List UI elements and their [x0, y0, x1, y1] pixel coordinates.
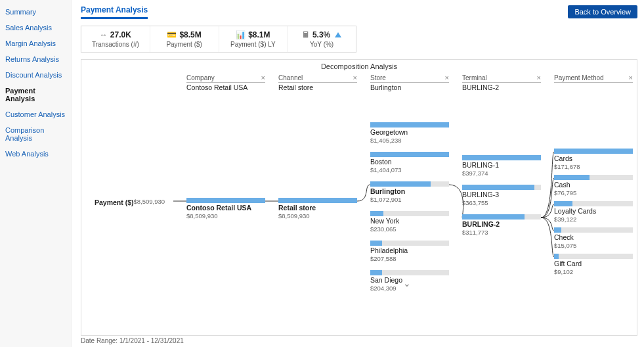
- node-label: Payment ($): [95, 199, 134, 336]
- node-value: $1,404,073: [370, 166, 449, 174]
- node-label: Boston: [370, 158, 449, 166]
- close-icon[interactable]: ×: [261, 74, 265, 81]
- node-terminal-selected[interactable]: BURLING-2$311,773: [462, 214, 541, 236]
- kpi-yoy: 🖩5.3% YoY (%): [288, 26, 356, 52]
- page-title: Payment Analysis: [81, 5, 148, 19]
- decomp-title: Decomposition Analysis: [81, 60, 637, 72]
- sidebar-item-comparison-analysis[interactable]: Comparison Analysis: [0, 122, 71, 146]
- node-label: Loyalty Cards: [554, 208, 633, 216]
- node-value: $1,405,238: [370, 137, 449, 144]
- crumb-header: Company: [186, 74, 215, 81]
- node-value: $207,588: [370, 255, 449, 262]
- sidebar-item-sales-analysis[interactable]: Sales Analysis: [0, 20, 71, 35]
- sidebar-item-customer-analysis[interactable]: Customer Analysis: [0, 106, 71, 122]
- node-label: Retail store: [278, 204, 357, 212]
- node-label: Cards: [554, 155, 633, 163]
- node-method[interactable]: Loyalty Cards$39,122: [554, 201, 633, 223]
- crumb-header: Payment Method: [554, 74, 604, 81]
- crumb-channel[interactable]: Channel× Retail store: [278, 74, 357, 91]
- node-value: $39,122: [554, 216, 633, 223]
- sidebar-item-returns-analysis[interactable]: Returns Analysis: [0, 51, 71, 67]
- node-channel[interactable]: Retail store $8,509,930: [278, 198, 357, 220]
- node-store[interactable]: New York$230,065: [370, 211, 449, 233]
- node-value: $171,678: [554, 163, 633, 170]
- kpi-payment-ly: 📊$8.1M Payment ($) LY: [219, 26, 288, 52]
- crumb-company[interactable]: Company× Contoso Retail USA: [186, 74, 265, 91]
- node-terminal[interactable]: BURLING-3$363,755: [462, 185, 541, 206]
- node-method[interactable]: Check$15,075: [554, 227, 633, 249]
- node-label: Gift Card: [554, 260, 633, 268]
- node-terminal[interactable]: BURLING-1$397,374: [462, 155, 541, 177]
- node-label: Cash: [554, 181, 633, 189]
- node-value: $8,509,930: [186, 212, 265, 220]
- node-label: BURLING-3: [462, 191, 541, 199]
- node-root[interactable]: Payment ($) $8,509,930: [95, 198, 173, 336]
- decomp-tree: Payment ($) $8,509,930 Contoso Retail US…: [81, 93, 637, 290]
- node-value: $1,072,901: [370, 196, 449, 203]
- node-value: $9,102: [554, 268, 633, 275]
- sidebar-item-summary[interactable]: Summary: [0, 4, 71, 20]
- node-company[interactable]: Contoso Retail USA $8,509,930: [186, 198, 265, 220]
- crumb-value: Retail store: [278, 83, 357, 91]
- node-store[interactable]: Philadelphia$207,588: [370, 241, 449, 262]
- kpi-card: ↔27.0K Transactions (#) 💳$8.5M Payment (…: [81, 26, 356, 53]
- payment-icon: 💳: [167, 30, 177, 39]
- kpi-value: 5.3%: [312, 30, 330, 39]
- sidebar-item-payment-analysis[interactable]: Payment Analysis: [0, 83, 71, 106]
- node-value: $230,065: [370, 225, 449, 233]
- crumb-header: Channel: [278, 74, 303, 81]
- node-store[interactable]: Boston$1,404,073: [370, 152, 449, 174]
- crumb-header: Store: [370, 74, 386, 81]
- kpi-payment: 💳$8.5M Payment ($): [150, 26, 219, 52]
- footer: Date Range: 1/1/2021 - 12/31/2021: [81, 336, 637, 344]
- crumb-value: Contoso Retail USA: [186, 83, 265, 91]
- node-value: $397,374: [462, 170, 541, 177]
- node-label: Check: [554, 234, 633, 242]
- crumb-value: Burlington: [370, 83, 449, 91]
- close-icon[interactable]: ×: [537, 74, 541, 81]
- date-range-value: 1/1/2021 - 12/31/2021: [119, 337, 184, 344]
- transactions-icon: ↔: [100, 30, 108, 39]
- node-method[interactable]: Cash$76,795: [554, 175, 633, 197]
- node-method[interactable]: Gift Card$9,102: [554, 254, 633, 275]
- sidebar: Summary Sales Analysis Margin Analysis R…: [0, 0, 72, 347]
- payment-ly-icon: 📊: [236, 30, 246, 39]
- node-label: BURLING-2: [462, 221, 541, 229]
- kpi-value: $8.1M: [248, 30, 270, 39]
- sidebar-item-web-analysis[interactable]: Web Analysis: [0, 146, 71, 162]
- node-store[interactable]: Georgetown$1,405,238: [370, 122, 449, 144]
- node-value: $76,795: [554, 189, 633, 197]
- node-label: BURLING-1: [462, 162, 541, 170]
- close-icon[interactable]: ×: [629, 74, 633, 81]
- close-icon[interactable]: ×: [445, 74, 449, 81]
- sidebar-item-discount-analysis[interactable]: Discount Analysis: [0, 67, 71, 83]
- kpi-label: Payment ($) LY: [222, 41, 285, 48]
- back-to-overview-button[interactable]: Back to Overview: [568, 5, 637, 18]
- crumb-value: BURLING-2: [462, 83, 541, 91]
- kpi-label: Transactions (#): [84, 41, 147, 48]
- kpi-label: YoY (%): [290, 41, 353, 48]
- crumb-store[interactable]: Store× Burlington: [370, 74, 449, 91]
- close-icon[interactable]: ×: [353, 74, 357, 81]
- chevron-down-icon[interactable]: ⌄: [403, 278, 411, 289]
- crumb-payment-method[interactable]: Payment Method×: [554, 74, 633, 91]
- breadcrumb: Company× Contoso Retail USA Channel× Ret…: [81, 72, 637, 93]
- node-value: $15,075: [554, 242, 633, 249]
- main-content: Payment Analysis Back to Overview ↔27.0K…: [72, 0, 644, 347]
- kpi-label: Payment ($): [153, 41, 216, 48]
- date-range-label: Date Range:: [81, 337, 118, 344]
- node-method[interactable]: Cards$171,678: [554, 149, 633, 170]
- crumb-header: Terminal: [462, 74, 487, 81]
- node-store-selected[interactable]: Burlington$1,072,901: [370, 181, 449, 203]
- node-value: $8,509,930: [278, 212, 357, 220]
- node-label: Burlington: [370, 188, 449, 196]
- trend-up-icon: [335, 32, 341, 37]
- sidebar-item-margin-analysis[interactable]: Margin Analysis: [0, 35, 71, 51]
- node-value: $363,755: [462, 199, 541, 206]
- decomposition-panel: Decomposition Analysis Company× Contoso …: [81, 59, 637, 336]
- crumb-terminal[interactable]: Terminal× BURLING-2: [462, 74, 541, 91]
- node-label: Georgetown: [370, 129, 449, 137]
- crumb-value: [554, 83, 633, 83]
- kpi-value: $8.5M: [179, 30, 201, 39]
- node-value: $311,773: [462, 229, 541, 236]
